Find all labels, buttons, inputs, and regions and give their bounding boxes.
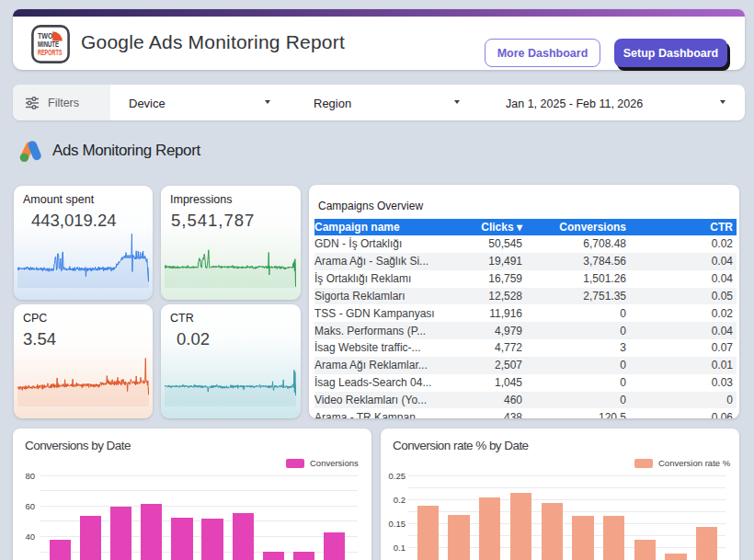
svg-text:REPORTS: REPORTS bbox=[38, 48, 63, 57]
